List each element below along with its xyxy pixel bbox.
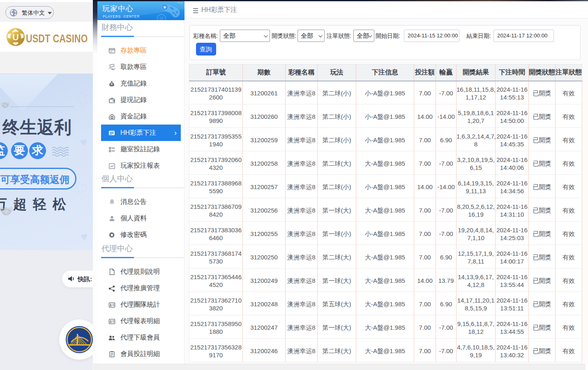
- svg-text:U: U: [12, 32, 19, 42]
- svg-text:¥: ¥: [111, 116, 113, 118]
- svg-text:¥: ¥: [111, 83, 113, 86]
